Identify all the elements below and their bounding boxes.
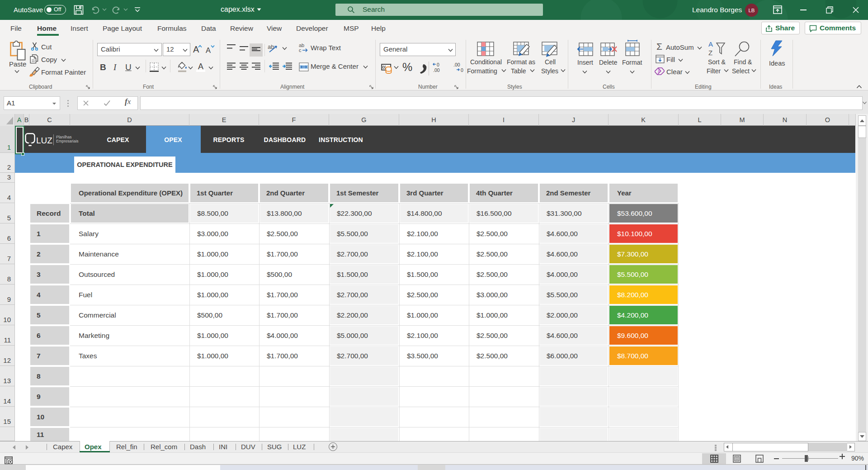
svg-text:.00: .00: [453, 62, 460, 67]
svg-text:.00: .00: [433, 67, 440, 73]
svg-text:0: 0: [461, 67, 463, 73]
svg-text:c: c: [299, 47, 302, 53]
svg-text:0: 0: [437, 62, 439, 67]
svg-text:Z: Z: [708, 49, 712, 57]
svg-text:A: A: [708, 41, 713, 48]
